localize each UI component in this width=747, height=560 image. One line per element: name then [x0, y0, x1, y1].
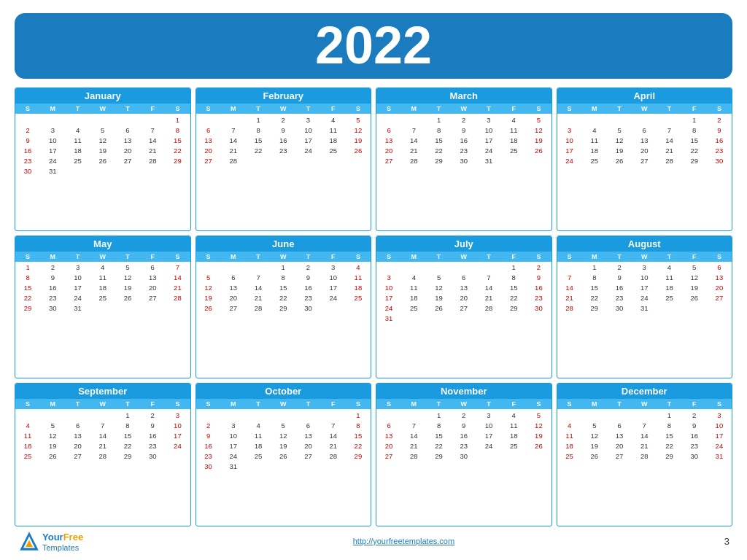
day-cell: 6 — [295, 420, 320, 430]
dow-label: W — [452, 399, 476, 409]
day-cell: 10 — [165, 420, 190, 430]
day-cell: 28 — [246, 303, 271, 314]
day-cell: 5 — [426, 273, 451, 283]
day-cell: 30 — [526, 303, 551, 314]
day-cell: 23 — [707, 145, 732, 155]
day-cell: 31 — [40, 166, 65, 176]
day-cell: 15 — [582, 283, 607, 293]
day-cell: 3 — [321, 262, 346, 273]
day-cell: 7 — [221, 125, 246, 135]
day-cell: 11 — [501, 420, 526, 430]
dow-label: S — [15, 399, 40, 409]
logo-text: YourFree Templates — [42, 530, 83, 552]
dow-label: F — [682, 399, 707, 409]
footer: YourFree Templates http://yourfreetempla… — [15, 529, 732, 553]
day-cell: 12 — [115, 273, 140, 283]
dow-label: S — [346, 399, 371, 409]
day-cell: 4 — [321, 114, 346, 125]
day-cell: 22 — [346, 440, 371, 451]
day-empty — [15, 410, 40, 420]
month-header-march: March — [376, 88, 551, 104]
day-cell: 19 — [607, 145, 632, 155]
day-cell: 20 — [376, 145, 401, 155]
day-cell: 9 — [526, 273, 551, 283]
day-cell: 20 — [376, 440, 401, 451]
day-cell: 29 — [165, 155, 190, 166]
day-cell: 5 — [582, 420, 607, 430]
dow-label: T — [246, 399, 271, 409]
day-empty — [140, 114, 165, 125]
days-grid: 1234567891011121314151617181920212223242… — [15, 409, 190, 526]
day-cell: 11 — [321, 125, 346, 135]
day-cell: 30 — [452, 451, 476, 461]
day-cell: 21 — [401, 440, 426, 451]
day-cell: 25 — [65, 155, 90, 166]
days-grid: 1234567891011121314151617181920212223242… — [557, 409, 732, 526]
day-cell: 10 — [476, 420, 501, 430]
dow-label: M — [582, 252, 607, 262]
day-cell: 6 — [140, 262, 165, 273]
day-cell: 8 — [165, 125, 190, 135]
day-cell: 1 — [246, 114, 271, 125]
day-cell: 15 — [682, 135, 707, 145]
day-cell: 5 — [526, 410, 551, 420]
dow-label: T — [246, 104, 271, 114]
day-cell: 5 — [90, 125, 115, 135]
day-cell: 2 — [295, 262, 320, 273]
day-empty — [271, 410, 295, 420]
month-header-may: May — [15, 236, 190, 252]
day-empty — [401, 410, 426, 420]
day-cell: 6 — [115, 125, 140, 135]
day-cell: 4 — [401, 273, 426, 283]
day-cell: 1 — [426, 410, 451, 420]
dow-label: T — [295, 399, 320, 409]
day-cell: 12 — [426, 283, 451, 293]
day-empty — [401, 114, 426, 125]
day-cell: 1 — [165, 114, 190, 125]
day-cell: 2 — [140, 410, 165, 420]
calendar-grid: JanuarySMTWTFS12345678910111213141516171… — [15, 88, 732, 526]
logo-icon — [18, 529, 41, 553]
month-header-june: June — [196, 236, 371, 252]
dow-label: F — [140, 104, 165, 114]
day-empty — [426, 262, 451, 273]
day-cell: 20 — [196, 145, 221, 155]
dow-label: M — [401, 399, 426, 409]
footer-link[interactable]: http://yourfreetemplates.com — [353, 537, 454, 545]
day-cell: 12 — [526, 125, 551, 135]
day-cell: 1 — [271, 262, 295, 273]
day-cell: 24 — [376, 303, 401, 314]
days-grid: 1234567891011121314151617181920212223242… — [196, 409, 371, 526]
day-cell: 27 — [65, 451, 90, 461]
day-cell: 7 — [657, 125, 681, 135]
day-cell: 12 — [607, 135, 632, 145]
day-cell: 27 — [707, 293, 732, 303]
dow-label: S — [15, 104, 40, 114]
dow-label: T — [426, 252, 451, 262]
day-cell: 30 — [196, 461, 221, 471]
day-empty — [657, 114, 681, 125]
day-cell: 16 — [196, 440, 221, 451]
day-cell: 21 — [140, 145, 165, 155]
dow-label: S — [196, 104, 221, 114]
dow-label: S — [526, 252, 551, 262]
day-cell: 27 — [376, 451, 401, 461]
day-cell: 29 — [115, 451, 140, 461]
day-cell: 8 — [271, 273, 295, 283]
dow-label: T — [115, 399, 140, 409]
day-cell: 13 — [295, 430, 320, 440]
day-cell: 4 — [582, 125, 607, 135]
day-cell: 16 — [15, 145, 40, 155]
dow-label: T — [65, 399, 90, 409]
dow-label: M — [221, 399, 246, 409]
day-cell: 15 — [346, 430, 371, 440]
day-cell: 11 — [657, 273, 681, 283]
day-cell: 2 — [607, 262, 632, 273]
day-cell: 24 — [557, 155, 582, 166]
day-cell: 9 — [682, 420, 707, 430]
day-cell: 6 — [452, 273, 476, 283]
day-cell: 21 — [246, 293, 271, 303]
dow-label: S — [196, 252, 221, 262]
dow-label: T — [657, 399, 681, 409]
day-cell: 21 — [401, 145, 426, 155]
